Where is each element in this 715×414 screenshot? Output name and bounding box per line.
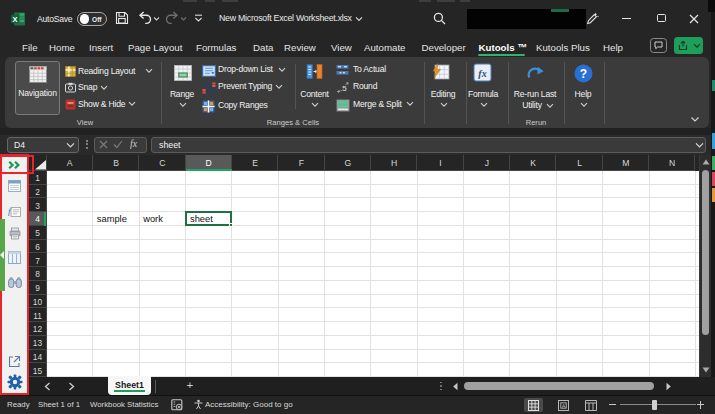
- svg-text:?: ?: [579, 67, 586, 81]
- svg-text:fx: fx: [478, 68, 486, 79]
- svg-text:X: X: [12, 15, 17, 24]
- svg-text:A: A: [562, 402, 566, 408]
- svg-text:.5: .5: [340, 83, 347, 92]
